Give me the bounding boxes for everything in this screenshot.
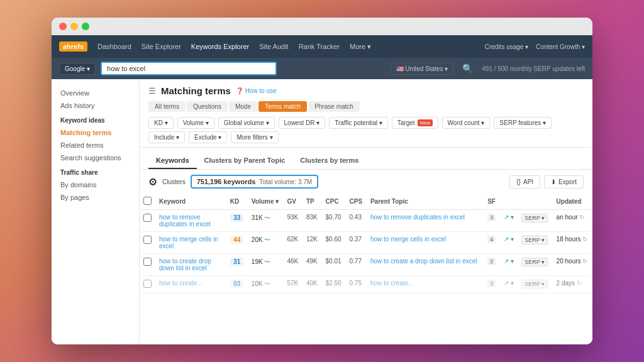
serp-button[interactable]: SERP ▾ bbox=[521, 258, 548, 266]
trend-action-cell: ↗ ▾ bbox=[500, 232, 518, 254]
refresh-icon[interactable]: ↻ bbox=[582, 236, 587, 243]
keyword-link[interactable]: how to remove duplicates in excel bbox=[159, 214, 211, 228]
table-tab-clusters-terms[interactable]: Clusters by terms bbox=[292, 153, 366, 169]
filter-global-volume[interactable]: Global volume ▾ bbox=[218, 117, 275, 129]
sidebar-item-by-domains[interactable]: By domains bbox=[52, 178, 139, 191]
parent-topic-link[interactable]: how to merge cells in excel bbox=[370, 236, 446, 243]
table-tabs: Keywords Clusters by Parent Topic Cluste… bbox=[140, 148, 592, 170]
search-input[interactable]: how to excel bbox=[101, 62, 277, 75]
filter-exclude[interactable]: Exclude ▾ bbox=[189, 131, 227, 143]
content-growth[interactable]: Content Growth ▾ bbox=[536, 43, 585, 50]
minimize-dot[interactable] bbox=[70, 23, 78, 30]
close-dot[interactable] bbox=[59, 23, 67, 30]
sidebar-item-matching-terms[interactable]: Matching terms bbox=[52, 126, 139, 139]
serp-button[interactable]: SERP ▾ bbox=[521, 214, 548, 222]
how-to-link[interactable]: ❓ How to use bbox=[236, 87, 277, 94]
search-button[interactable]: 🔍 bbox=[458, 62, 477, 75]
tab-phrase-match[interactable]: Phrase match bbox=[308, 101, 360, 112]
sidebar-item-by-pages[interactable]: By pages bbox=[52, 191, 139, 204]
col-serp bbox=[518, 194, 552, 210]
cpc-cell: $2.50 bbox=[322, 276, 346, 293]
keyword-link[interactable]: how to create... bbox=[159, 280, 202, 287]
row-checkbox[interactable] bbox=[143, 236, 152, 244]
sidebar-item-related-terms[interactable]: Related terms bbox=[52, 139, 139, 151]
nav-site-audit[interactable]: Site Audit bbox=[259, 43, 288, 50]
sidebar-item-search-suggestions[interactable]: Search suggestions bbox=[52, 151, 139, 164]
table-wrap: Keyword KD Volume ▾ GV TP CPC CPS Parent… bbox=[140, 194, 592, 344]
col-cps[interactable]: CPS bbox=[346, 194, 367, 210]
tab-terms-match[interactable]: Terms match bbox=[258, 101, 307, 112]
export-button[interactable]: ⬇ Export bbox=[544, 175, 584, 189]
row-checkbox[interactable] bbox=[143, 214, 152, 222]
volume-cell: 19K 〜 bbox=[248, 254, 284, 276]
keyword-cell: how to merge cells in excel bbox=[155, 232, 226, 254]
keyword-link[interactable]: how to create drop down list in excel bbox=[159, 258, 211, 272]
export-icon: ⬇ bbox=[551, 178, 556, 185]
refresh-icon[interactable]: ↻ bbox=[582, 258, 587, 265]
filter-traffic-potential[interactable]: Traffic potential ▾ bbox=[329, 117, 388, 129]
col-updated[interactable]: Updated bbox=[553, 194, 592, 210]
clusters-button[interactable]: Clusters bbox=[162, 178, 186, 185]
col-volume[interactable]: Volume ▾ bbox=[248, 194, 284, 210]
parent-topic-link[interactable]: how to remove duplicates in excel bbox=[370, 214, 465, 221]
row-checkbox-cell bbox=[140, 210, 155, 232]
col-tp[interactable]: TP bbox=[303, 194, 322, 210]
parent-topic-cell: how to remove duplicates in excel bbox=[367, 210, 484, 232]
updated-cell: 2 days ↻ bbox=[553, 276, 592, 293]
refresh-icon[interactable]: ↻ bbox=[579, 214, 584, 221]
cps-cell: 0.37 bbox=[346, 232, 367, 254]
col-parent-topic[interactable]: Parent Topic bbox=[367, 194, 484, 210]
nav-more[interactable]: More ▾ bbox=[350, 43, 371, 51]
filter-include[interactable]: Include ▾ bbox=[148, 131, 185, 143]
serp-cell: SERP ▾ bbox=[518, 254, 552, 276]
col-sf[interactable]: SF bbox=[484, 194, 500, 210]
row-checkbox[interactable] bbox=[143, 258, 152, 266]
tab-mode[interactable]: Mode bbox=[229, 101, 257, 112]
nav-keywords-explorer[interactable]: Keywords Explorer bbox=[191, 43, 249, 50]
sidebar-item-ads-history[interactable]: Ads history bbox=[52, 99, 139, 112]
filter-lowest-dr[interactable]: Lowest DR ▾ bbox=[279, 117, 326, 129]
row-checkbox[interactable] bbox=[143, 280, 152, 288]
filter-word-count[interactable]: Word count ▾ bbox=[442, 117, 491, 129]
sidebar-item-overview[interactable]: Overview bbox=[52, 87, 139, 99]
tab-questions[interactable]: Questions bbox=[187, 101, 228, 112]
col-gv[interactable]: GV bbox=[283, 194, 303, 210]
gv-cell: 57K bbox=[283, 276, 303, 293]
col-kd[interactable]: KD bbox=[226, 194, 248, 210]
content-area: ☰ Matching terms ❓ How to use All terms … bbox=[140, 79, 592, 344]
filter-volume[interactable]: Volume ▾ bbox=[177, 117, 214, 129]
maximize-dot[interactable] bbox=[82, 23, 89, 30]
sf-cell: 4 bbox=[484, 232, 500, 254]
serp-button[interactable]: SERP ▾ bbox=[521, 236, 548, 244]
select-all-checkbox[interactable] bbox=[143, 197, 152, 205]
kd-cell: 33 bbox=[226, 210, 248, 232]
nav-site-explorer[interactable]: Site Explorer bbox=[142, 43, 181, 50]
main-content: Overview Ads history Keyword ideas Match… bbox=[52, 79, 592, 344]
col-cpc[interactable]: CPC bbox=[322, 194, 346, 210]
serp-button[interactable]: SERP ▾ bbox=[521, 280, 548, 288]
tab-all-terms[interactable]: All terms bbox=[148, 101, 186, 112]
parent-topic-link[interactable]: how to create a drop down list in excel bbox=[370, 258, 477, 265]
sf-badge: 2 bbox=[487, 258, 496, 265]
col-keyword[interactable]: Keyword bbox=[155, 194, 226, 210]
refresh-icon[interactable]: ↻ bbox=[577, 280, 582, 287]
search-engine-selector[interactable]: Google ▾ bbox=[59, 63, 96, 75]
table-tab-clusters-parent[interactable]: Clusters by Parent Topic bbox=[197, 153, 293, 169]
cpc-cell: $0.70 bbox=[322, 210, 346, 232]
location-selector[interactable]: 🇺🇸 United States ▾ bbox=[391, 63, 454, 75]
parent-topic-link[interactable]: how to create... bbox=[370, 280, 413, 287]
tp-cell: 83K bbox=[303, 210, 322, 232]
filter-more[interactable]: More filters ▾ bbox=[231, 131, 278, 143]
credits-usage[interactable]: Credits usage ▾ bbox=[485, 43, 528, 50]
nav-rank-tracker[interactable]: Rank Tracker bbox=[299, 43, 340, 50]
keyword-link[interactable]: how to merge cells in excel bbox=[159, 236, 218, 250]
api-button[interactable]: {} API bbox=[509, 175, 540, 189]
sf-cell: 3 bbox=[484, 276, 500, 293]
filter-target[interactable]: Target New bbox=[392, 117, 438, 129]
nav-dashboard[interactable]: Dashboard bbox=[97, 43, 131, 50]
table-tab-keywords[interactable]: Keywords bbox=[148, 153, 197, 169]
trend-action-cell: ↗ ▾ bbox=[500, 276, 518, 293]
filter-kd[interactable]: KD ▾ bbox=[148, 117, 174, 129]
keyword-cell: how to remove duplicates in excel bbox=[155, 210, 226, 232]
filter-serp-features[interactable]: SERP features ▾ bbox=[494, 117, 552, 129]
